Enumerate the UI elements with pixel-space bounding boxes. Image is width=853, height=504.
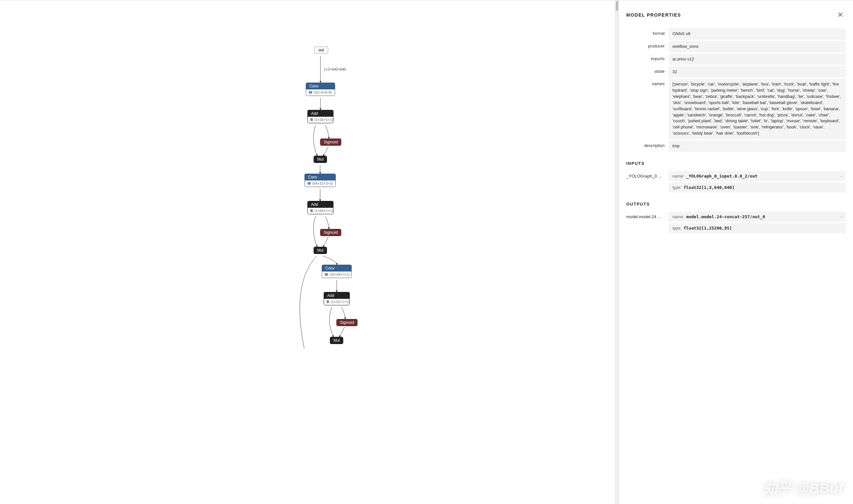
node-title: Add xyxy=(324,292,350,299)
node-title: Mul xyxy=(314,156,326,163)
output-label: model.model.24 … xyxy=(626,212,669,222)
model-graph: out 1×3×640×640 Conv W⟨32×3×6×6⟩ Add B⟨1… xyxy=(161,0,454,358)
conv-node-1[interactable]: Conv W⟨32×3×6×6⟩ xyxy=(306,83,335,96)
panel-title: MODEL PROPERTIES xyxy=(626,12,681,18)
property-row-producer: producer oneflow_onnx xyxy=(626,41,846,52)
input-label: _YOLOGraph_0 … xyxy=(626,171,669,181)
node-title: Conv xyxy=(305,174,335,180)
conv-node-2[interactable]: Conv W⟨64×32×3×3⟩ xyxy=(304,174,336,187)
node-title: Mul xyxy=(314,247,326,254)
node-title: Mul xyxy=(330,337,343,344)
outputs-section-title: OUTPUTS xyxy=(626,202,846,206)
collapse-icon[interactable]: − xyxy=(840,214,842,219)
add-node-3[interactable]: Add B⟨1×32×1×1⟩ xyxy=(324,292,350,305)
close-icon: ✕ xyxy=(837,11,843,19)
output-type-row: type:float32[1,25200,85] xyxy=(626,223,846,233)
node-params: W⟨32×3×6×6⟩ xyxy=(306,89,335,95)
canvas-scrollbar[interactable] xyxy=(615,0,619,504)
node-params: B⟨1×32×1×1⟩ xyxy=(308,117,333,123)
property-label: format xyxy=(626,28,669,40)
property-value: tmp xyxy=(669,141,846,152)
input-type-value: type:float32[1,3,640,640] xyxy=(669,182,846,193)
node-title: Conv xyxy=(306,83,335,89)
property-label: imports xyxy=(626,54,669,65)
input-type-row: type:float32[1,3,640,640] xyxy=(626,182,846,193)
property-value: oneflow_onnx xyxy=(669,41,846,52)
conv-node-3[interactable]: Conv W⟨32×64×1×1⟩ xyxy=(322,265,352,278)
property-value: ai.onnx v12 xyxy=(669,54,846,65)
property-row-description: description tmp xyxy=(626,141,846,152)
properties-panel: MODEL PROPERTIES ✕ format ONNX v8 produc… xyxy=(619,0,853,504)
node-params: B⟨1×64×1×1⟩ xyxy=(308,208,333,214)
property-label: stride xyxy=(626,66,669,78)
node-title: Sigmoid xyxy=(320,229,341,236)
sigmoid-node-1[interactable]: Sigmoid xyxy=(320,139,341,146)
property-value: ONNX v8 xyxy=(669,28,846,40)
input-name-value[interactable]: name:_YOLOGraph_0_input.0.0_2/out − xyxy=(669,171,846,181)
node-params: B⟨1×32×1×1⟩ xyxy=(324,299,350,305)
property-row-imports: imports ai.onnx v12 xyxy=(626,54,846,65)
add-node-2[interactable]: Add B⟨1×64×1×1⟩ xyxy=(307,201,334,214)
input-row: _YOLOGraph_0 … name:_YOLOGraph_0_input.0… xyxy=(626,171,846,181)
scrollbar-thumb[interactable] xyxy=(616,1,618,11)
node-title: Sigmoid xyxy=(320,139,341,145)
close-button[interactable]: ✕ xyxy=(835,10,846,20)
output-row: model.model.24 … name:model.model.24-con… xyxy=(626,212,846,222)
sigmoid-node-2[interactable]: Sigmoid xyxy=(320,229,341,236)
input-node-out[interactable]: out xyxy=(314,47,328,54)
node-title: Conv xyxy=(322,265,351,271)
node-params: W⟨32×64×1×1⟩ xyxy=(322,271,351,278)
sigmoid-node-3[interactable]: Sigmoid xyxy=(336,319,357,326)
output-name-value[interactable]: name:model.model.24-concat-257/out_0 − xyxy=(669,212,846,222)
out-node-label: out xyxy=(319,48,324,52)
add-node-1[interactable]: Add B⟨1×32×1×1⟩ xyxy=(307,110,334,123)
mul-node-1[interactable]: Mul xyxy=(314,156,327,163)
panel-header: MODEL PROPERTIES ✕ xyxy=(626,10,846,20)
node-title: Add xyxy=(308,110,333,117)
property-row-format: format ONNX v8 xyxy=(626,28,846,40)
output-type-value: type:float32[1,25200,85] xyxy=(669,223,846,233)
node-title: Add xyxy=(308,201,333,208)
property-value: ['person', 'bicycle', 'car', 'motorcycle… xyxy=(669,79,846,139)
property-value: 32 xyxy=(669,66,846,78)
edge-tensor-shape: 1×3×640×640 xyxy=(324,67,346,71)
property-label: description xyxy=(626,141,669,152)
property-label: producer xyxy=(626,41,669,52)
property-label: names xyxy=(626,79,669,139)
node-params: W⟨64×32×3×3⟩ xyxy=(305,180,335,187)
inputs-section-title: INPUTS xyxy=(626,161,846,166)
graph-canvas[interactable]: out 1×3×640×640 Conv W⟨32×3×6×6⟩ Add B⟨1… xyxy=(0,0,615,504)
property-row-stride: stride 32 xyxy=(626,66,846,78)
property-row-names: names ['person', 'bicycle', 'car', 'moto… xyxy=(626,79,846,139)
collapse-icon[interactable]: − xyxy=(840,174,842,179)
node-title: Sigmoid xyxy=(337,319,357,326)
mul-node-3[interactable]: Mul xyxy=(330,337,343,344)
mul-node-2[interactable]: Mul xyxy=(314,247,327,254)
